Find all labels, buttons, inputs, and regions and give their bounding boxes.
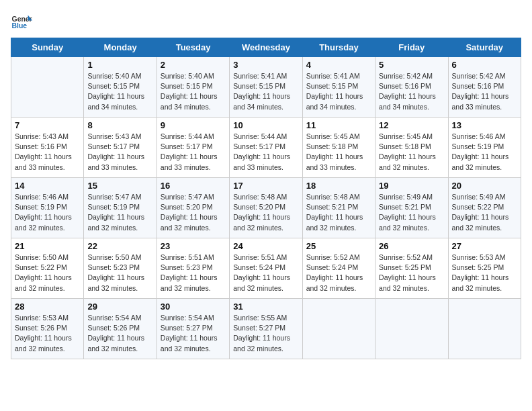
day-cell: [302, 299, 375, 359]
day-number: 6: [452, 60, 517, 70]
day-info: Sunrise: 5:55 AM Sunset: 5:27 PM Dayligh…: [233, 313, 298, 354]
day-cell: 18 Sunrise: 5:48 AM Sunset: 5:21 PM Dayl…: [302, 178, 375, 238]
day-cell: 29 Sunrise: 5:54 AM Sunset: 5:26 PM Dayl…: [84, 299, 157, 359]
day-number: 7: [15, 120, 80, 130]
day-info: Sunrise: 5:48 AM Sunset: 5:21 PM Dayligh…: [306, 192, 371, 233]
day-cell: 3 Sunrise: 5:41 AM Sunset: 5:15 PM Dayli…: [230, 57, 302, 118]
day-info: Sunrise: 5:43 AM Sunset: 5:16 PM Dayligh…: [15, 132, 80, 173]
day-cell: 12 Sunrise: 5:45 AM Sunset: 5:18 PM Dayl…: [375, 118, 448, 178]
day-cell: 11 Sunrise: 5:45 AM Sunset: 5:18 PM Dayl…: [302, 118, 375, 178]
day-number: 30: [161, 302, 226, 312]
day-info: Sunrise: 5:40 AM Sunset: 5:15 PM Dayligh…: [87, 71, 152, 112]
day-cell: 20 Sunrise: 5:49 AM Sunset: 5:22 PM Dayl…: [448, 178, 521, 238]
day-number: 13: [452, 120, 517, 130]
day-number: 3: [233, 60, 298, 70]
day-cell: 24 Sunrise: 5:51 AM Sunset: 5:24 PM Dayl…: [230, 238, 302, 299]
day-number: 28: [15, 302, 80, 312]
day-number: 25: [306, 241, 371, 251]
day-number: 5: [379, 60, 444, 70]
day-cell: 7 Sunrise: 5:43 AM Sunset: 5:16 PM Dayli…: [11, 118, 84, 178]
day-cell: 1 Sunrise: 5:40 AM Sunset: 5:15 PM Dayli…: [84, 57, 157, 118]
day-number: 21: [15, 241, 80, 251]
col-header-monday: Monday: [84, 38, 157, 57]
day-cell: 31 Sunrise: 5:55 AM Sunset: 5:27 PM Dayl…: [230, 299, 302, 359]
day-info: Sunrise: 5:54 AM Sunset: 5:27 PM Dayligh…: [161, 313, 226, 354]
day-cell: 14 Sunrise: 5:46 AM Sunset: 5:19 PM Dayl…: [11, 178, 84, 238]
day-cell: 5 Sunrise: 5:42 AM Sunset: 5:16 PM Dayli…: [375, 57, 448, 118]
day-number: 27: [452, 241, 517, 251]
day-number: 23: [161, 241, 226, 251]
day-cell: [375, 299, 448, 359]
day-number: 4: [306, 60, 371, 70]
day-info: Sunrise: 5:49 AM Sunset: 5:21 PM Dayligh…: [379, 192, 444, 233]
day-info: Sunrise: 5:45 AM Sunset: 5:18 PM Dayligh…: [306, 132, 371, 173]
week-row-2: 7 Sunrise: 5:43 AM Sunset: 5:16 PM Dayli…: [11, 118, 521, 178]
day-info: Sunrise: 5:52 AM Sunset: 5:25 PM Dayligh…: [379, 253, 444, 293]
day-info: Sunrise: 5:44 AM Sunset: 5:17 PM Dayligh…: [161, 132, 226, 173]
day-cell: 13 Sunrise: 5:46 AM Sunset: 5:19 PM Dayl…: [448, 118, 521, 178]
col-header-wednesday: Wednesday: [230, 38, 302, 57]
day-cell: 4 Sunrise: 5:41 AM Sunset: 5:15 PM Dayli…: [302, 57, 375, 118]
day-number: 14: [15, 181, 80, 191]
week-row-1: 1 Sunrise: 5:40 AM Sunset: 5:15 PM Dayli…: [11, 57, 521, 118]
week-row-3: 14 Sunrise: 5:46 AM Sunset: 5:19 PM Dayl…: [11, 178, 521, 238]
day-number: 19: [379, 181, 444, 191]
day-info: Sunrise: 5:48 AM Sunset: 5:20 PM Dayligh…: [233, 192, 298, 233]
col-header-thursday: Thursday: [302, 38, 375, 57]
day-info: Sunrise: 5:44 AM Sunset: 5:17 PM Dayligh…: [233, 132, 298, 173]
day-cell: 10 Sunrise: 5:44 AM Sunset: 5:17 PM Dayl…: [230, 118, 302, 178]
day-info: Sunrise: 5:50 AM Sunset: 5:22 PM Dayligh…: [15, 253, 80, 293]
day-info: Sunrise: 5:41 AM Sunset: 5:15 PM Dayligh…: [233, 71, 298, 112]
day-info: Sunrise: 5:46 AM Sunset: 5:19 PM Dayligh…: [452, 132, 517, 173]
day-number: 1: [87, 60, 152, 70]
day-number: 18: [306, 181, 371, 191]
day-number: 2: [161, 60, 226, 70]
svg-text:Blue: Blue: [12, 22, 28, 30]
page-header: General Blue: [11, 11, 521, 32]
day-number: 24: [233, 241, 298, 251]
col-header-tuesday: Tuesday: [157, 38, 229, 57]
col-header-sunday: Sunday: [11, 38, 84, 57]
logo: General Blue: [11, 11, 35, 32]
day-info: Sunrise: 5:53 AM Sunset: 5:25 PM Dayligh…: [452, 253, 517, 293]
day-info: Sunrise: 5:43 AM Sunset: 5:17 PM Dayligh…: [87, 132, 152, 173]
calendar-table: SundayMondayTuesdayWednesdayThursdayFrid…: [11, 38, 521, 359]
day-cell: [11, 57, 84, 118]
week-row-4: 21 Sunrise: 5:50 AM Sunset: 5:22 PM Dayl…: [11, 238, 521, 299]
day-number: 29: [87, 302, 152, 312]
day-cell: 2 Sunrise: 5:40 AM Sunset: 5:15 PM Dayli…: [157, 57, 229, 118]
day-cell: 30 Sunrise: 5:54 AM Sunset: 5:27 PM Dayl…: [157, 299, 229, 359]
day-cell: 23 Sunrise: 5:51 AM Sunset: 5:23 PM Dayl…: [157, 238, 229, 299]
day-info: Sunrise: 5:49 AM Sunset: 5:22 PM Dayligh…: [452, 192, 517, 233]
day-info: Sunrise: 5:42 AM Sunset: 5:16 PM Dayligh…: [379, 71, 444, 112]
day-cell: 25 Sunrise: 5:52 AM Sunset: 5:24 PM Dayl…: [302, 238, 375, 299]
day-cell: 22 Sunrise: 5:50 AM Sunset: 5:23 PM Dayl…: [84, 238, 157, 299]
day-info: Sunrise: 5:53 AM Sunset: 5:26 PM Dayligh…: [15, 313, 80, 354]
day-number: 12: [379, 120, 444, 130]
day-number: 20: [452, 181, 517, 191]
day-number: 17: [233, 181, 298, 191]
day-info: Sunrise: 5:52 AM Sunset: 5:24 PM Dayligh…: [306, 253, 371, 293]
day-number: 11: [306, 120, 371, 130]
day-info: Sunrise: 5:51 AM Sunset: 5:24 PM Dayligh…: [233, 253, 298, 293]
day-cell: 17 Sunrise: 5:48 AM Sunset: 5:20 PM Dayl…: [230, 178, 302, 238]
day-cell: 15 Sunrise: 5:47 AM Sunset: 5:19 PM Dayl…: [84, 178, 157, 238]
day-info: Sunrise: 5:41 AM Sunset: 5:15 PM Dayligh…: [306, 71, 371, 112]
day-number: 8: [87, 120, 152, 130]
day-number: 10: [233, 120, 298, 130]
day-info: Sunrise: 5:47 AM Sunset: 5:20 PM Dayligh…: [161, 192, 226, 233]
day-cell: 9 Sunrise: 5:44 AM Sunset: 5:17 PM Dayli…: [157, 118, 229, 178]
day-info: Sunrise: 5:54 AM Sunset: 5:26 PM Dayligh…: [87, 313, 152, 354]
day-number: 15: [87, 181, 152, 191]
day-cell: 26 Sunrise: 5:52 AM Sunset: 5:25 PM Dayl…: [375, 238, 448, 299]
day-cell: 21 Sunrise: 5:50 AM Sunset: 5:22 PM Dayl…: [11, 238, 84, 299]
col-header-saturday: Saturday: [448, 38, 521, 57]
day-info: Sunrise: 5:51 AM Sunset: 5:23 PM Dayligh…: [161, 253, 226, 293]
day-info: Sunrise: 5:46 AM Sunset: 5:19 PM Dayligh…: [15, 192, 80, 233]
day-info: Sunrise: 5:50 AM Sunset: 5:23 PM Dayligh…: [87, 253, 152, 293]
day-cell: 16 Sunrise: 5:47 AM Sunset: 5:20 PM Dayl…: [157, 178, 229, 238]
day-cell: 6 Sunrise: 5:42 AM Sunset: 5:16 PM Dayli…: [448, 57, 521, 118]
day-info: Sunrise: 5:47 AM Sunset: 5:19 PM Dayligh…: [87, 192, 152, 233]
day-cell: 28 Sunrise: 5:53 AM Sunset: 5:26 PM Dayl…: [11, 299, 84, 359]
day-cell: 27 Sunrise: 5:53 AM Sunset: 5:25 PM Dayl…: [448, 238, 521, 299]
